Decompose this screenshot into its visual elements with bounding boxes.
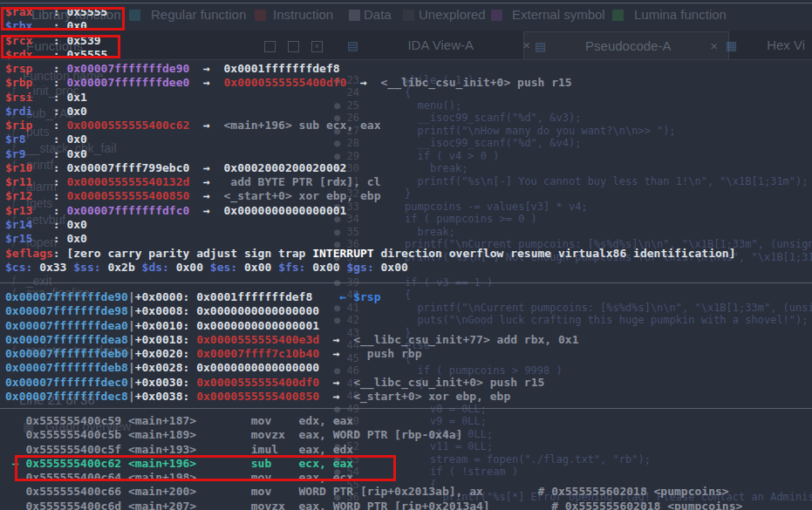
stack-offset: +0x0000: (135, 290, 196, 303)
value-segment: 0x0000555555400df0 (223, 76, 346, 89)
value-segment: 0x0 (66, 133, 86, 146)
value-segment: 0x0000555555400850 (66, 189, 189, 202)
register-name: $r12 (5, 189, 32, 202)
stack-offset: +0x0030: (135, 376, 196, 389)
value-segment: 0x00007fffffffde90 (66, 62, 189, 75)
colon: : (32, 119, 66, 132)
stack-row: 0x00007fffffffdeb8|+0x0028: 0x0000000000… (5, 361, 578, 375)
value-segment: 0x0000000000000000 (196, 361, 319, 374)
value-segment: 0x00007ffff7c10b40 (196, 347, 319, 360)
stack-offset: +0x0020: (135, 347, 196, 360)
value-segment: 0x00007ffff799ebc0 (66, 161, 189, 174)
value-segment: → (189, 204, 223, 217)
register-row: $eflags: [zero carry parity adjust sign … (5, 247, 736, 261)
value-segment: $ss: (73, 261, 107, 274)
disasm-line: 0x555555400c59 <main+187> mov edx, eax (5, 414, 742, 428)
colon: : (25, 147, 66, 160)
stack-address: 0x00007fffffffdea0 (5, 319, 128, 332)
register-row: $rip : 0x0000555555400c62 → <main+196> s… (5, 119, 736, 133)
value-segment: → (189, 175, 223, 188)
register-row: $r15 : 0x0 (5, 232, 736, 246)
highlight-rax (1, 7, 125, 31)
gdb-terminal: $rax : 0x5555$rbx : 0x0$rcx : 0x539$rdx … (0, 0, 812, 510)
disasm-line: 0x555555400c6d <main+207> movzx eax, WOR… (5, 500, 742, 510)
colon: : (32, 105, 66, 118)
register-name: $rsi (5, 91, 32, 104)
value-segment: add BYTE PTR [rdx], cl (223, 175, 380, 188)
colon: : (32, 76, 66, 89)
disasm-line: 0x555555400c66 <main+200> mov WORD PTR [… (5, 485, 742, 499)
stack-row: 0x00007fffffffde98|+0x0008: 0x0000000000… (5, 304, 578, 318)
column-divider: | (128, 376, 135, 389)
register-name: $rip (5, 119, 32, 132)
value-segment: 0x0000000000000001 (223, 204, 346, 217)
colon: : (32, 204, 66, 217)
register-row: $r14 : 0x0 (5, 218, 736, 232)
value-segment: 0x00 (312, 261, 346, 274)
value-segment: → (189, 62, 223, 75)
column-divider: | (128, 347, 135, 360)
value-segment: INTERRUPT (312, 247, 373, 260)
value-segment: 0x00 (176, 261, 210, 274)
value-segment: → (319, 390, 353, 403)
register-row: $r9 : 0x0 (5, 147, 736, 161)
value-segment: 0x00 (381, 261, 408, 274)
value-segment: 0x0000000000000001 (196, 319, 319, 332)
stack-address: 0x00007fffffffde98 (5, 304, 128, 317)
value-segment: → (319, 333, 353, 346)
value-segment: <_start+0> xor ebp, ebp (353, 390, 510, 403)
colon: : (32, 189, 66, 202)
register-row: $rbp : 0x00007fffffffdee0 → 0x0000555555… (5, 76, 736, 90)
colon: : (32, 175, 66, 188)
stack-offset: +0x0010: (135, 319, 196, 332)
colon: : (32, 218, 66, 231)
section-separator (0, 282, 812, 283)
value-segment: 0x0 (66, 105, 86, 118)
stack-row: 0x00007fffffffdeb0|+0x0020: 0x00007ffff7… (5, 347, 578, 361)
value-segment: $cs: (5, 261, 39, 274)
register-name: $rdi (5, 105, 32, 118)
register-name: $r9 (5, 147, 25, 160)
stack-row: 0x00007fffffffdec0|+0x0030: 0x0000555555… (5, 376, 578, 390)
register-name: $r14 (5, 218, 32, 231)
register-name: $rsp (5, 62, 32, 75)
register-name: $rbp (5, 76, 32, 89)
value-segment: 0x2b (107, 261, 141, 274)
register-row: $r10 : 0x00007ffff799ebc0 → 0x0002000200… (5, 161, 736, 175)
column-divider: | (128, 361, 135, 374)
value-segment: 0x000055555540132d (66, 175, 189, 188)
register-row: $r13 : 0x00007fffffffdfc0 → 0x0000000000… (5, 204, 736, 218)
disasm-line: 0x555555400c5b <main+189> movzx eax, WOR… (5, 428, 742, 442)
register-name: $eflags (5, 247, 53, 260)
register-name: $r13 (5, 204, 32, 217)
value-segment (312, 290, 339, 303)
column-divider: | (128, 390, 135, 403)
column-divider: | (128, 319, 135, 332)
value-segment: direction overflow resume virtualx86 ide… (374, 247, 736, 260)
section-separator (0, 3, 812, 3)
value-segment: $es: (210, 261, 244, 274)
value-segment: 0x0 (66, 232, 86, 245)
instruction-text: 0x555555400c59 <main+187> mov edx, eax (5, 414, 353, 427)
stack-offset: +0x0038: (135, 390, 196, 403)
value-segment: <__libc_csu_init+77> add rbx, 0x1 (353, 333, 578, 346)
stack-address: 0x00007fffffffdeb0 (5, 347, 128, 360)
colon: : (53, 247, 67, 260)
stack-section: 0x00007fffffffde90|+0x0000: 0x0001ffffff… (5, 290, 578, 404)
column-divider: | (128, 304, 135, 317)
register-row: $rsi : 0x1 (5, 91, 736, 105)
value-segment: 0x0001fffffffdef8 (196, 290, 312, 303)
register-row: $r12 : 0x0000555555400850 → <_start+0> x… (5, 189, 736, 203)
stack-address: 0x00007fffffffdea8 (5, 333, 128, 346)
column-divider: | (128, 290, 135, 303)
colon: : (25, 133, 66, 146)
value-segment: $fs: (278, 261, 312, 274)
stack-row: 0x00007fffffffdec8|+0x0038: 0x0000555555… (5, 390, 578, 404)
value-segment: 0x0000000000000000 (196, 304, 319, 317)
highlight-rcx (1, 35, 120, 58)
colon: : (32, 62, 66, 75)
value-segment: [zero carry parity adjust sign trap (66, 247, 312, 260)
value-segment: ← $rsp (340, 290, 381, 303)
stack-offset: +0x0018: (135, 333, 196, 346)
segment-registers-row: $cs: 0x33 $ss: 0x2b $ds: 0x00 $es: 0x00 … (5, 261, 736, 275)
